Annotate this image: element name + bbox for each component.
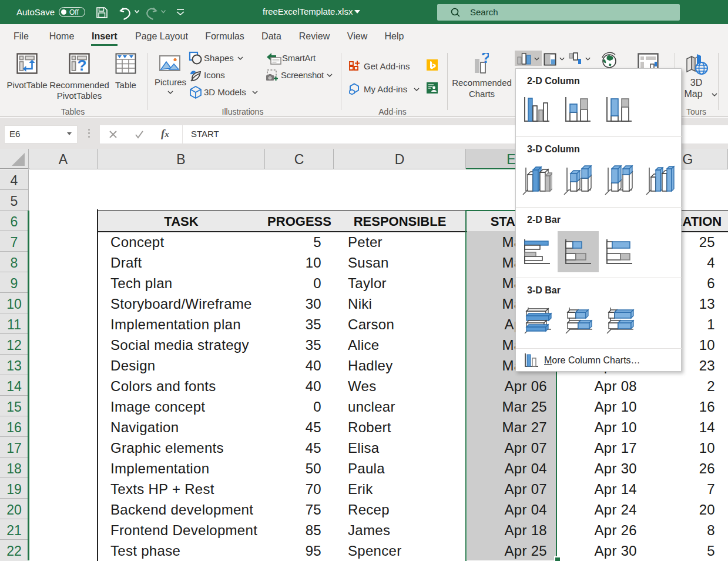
svg-text:?: ? bbox=[481, 53, 489, 66]
svg-text:?: ? bbox=[78, 56, 87, 74]
